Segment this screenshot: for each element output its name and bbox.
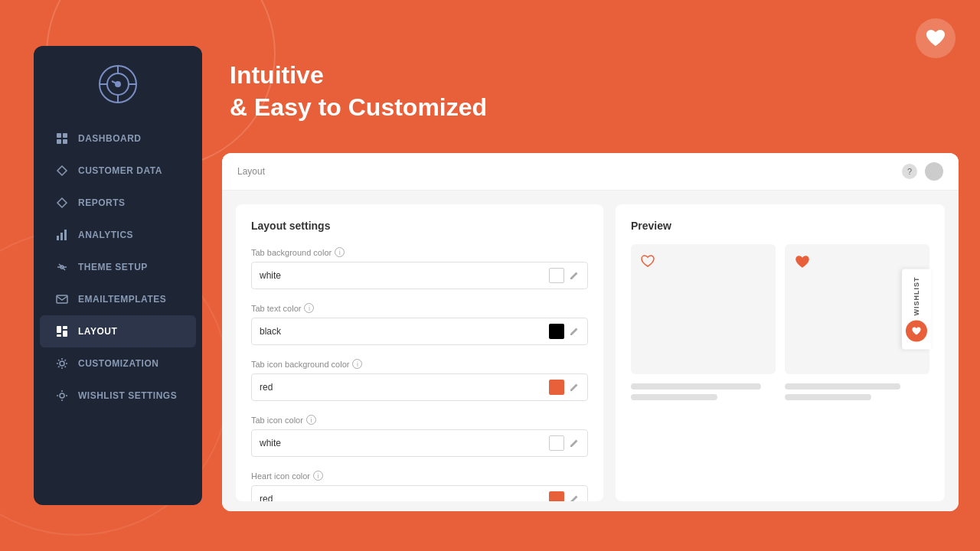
heart-icon-value: red <box>260 494 549 501</box>
setting-input-heart-icon: red <box>251 485 588 501</box>
sidebar-item-email-templates[interactable]: EMAILTEMPLATES <box>40 283 196 315</box>
svg-marker-13 <box>57 166 67 175</box>
preview-line <box>785 383 900 390</box>
sidebar-navigation: DASHBOARD CUSTOMER DATA REPORTS <box>34 122 202 412</box>
preview-content: WISHLIST <box>631 244 929 374</box>
tab-icon-bg-swatch[interactable] <box>549 380 564 395</box>
setting-tab-icon-bg-color: Tab icon background color i red <box>251 359 588 401</box>
preview-title: Preview <box>631 220 929 232</box>
sidebar-item-theme-setup[interactable]: THEME SETUP <box>40 251 196 283</box>
sidebar-item-label: DASHBOARD <box>78 133 142 144</box>
sidebar-item-label: REPORTS <box>78 197 126 208</box>
setting-tab-text-color: Tab text color i black <box>251 303 588 345</box>
sidebar-item-dashboard[interactable]: DASHBOARD <box>40 122 196 155</box>
sidebar-logo-icon <box>98 64 138 104</box>
setting-input-tab-icon: white <box>251 429 588 457</box>
setting-tab-icon-color: Tab icon color i white <box>251 415 588 457</box>
tab-bg-value: white <box>260 270 549 281</box>
sidebar-item-label: LAYOUT <box>78 326 117 337</box>
sidebar-item-label: CUSTOMER DATA <box>78 165 162 176</box>
setting-tab-bg-color: Tab background color i white <box>251 247 588 289</box>
user-avatar[interactable] <box>925 162 943 181</box>
tab-text-swatch[interactable] <box>549 324 564 339</box>
heart-icon-swatch[interactable] <box>549 491 564 501</box>
heart-icon-edit-icon[interactable] <box>569 494 580 501</box>
info-icon-tab-icon[interactable]: i <box>306 415 316 425</box>
sidebar-item-label: ANALYTICS <box>78 230 133 240</box>
help-icon-button[interactable]: ? <box>902 164 917 179</box>
sidebar-item-analytics[interactable]: ANALYTICS <box>40 219 196 251</box>
tab-text-value: black <box>260 326 549 337</box>
svg-rect-15 <box>57 236 59 240</box>
sidebar-item-wishlist-settings[interactable]: WISHLIST SETTINGS <box>40 380 196 412</box>
preview-card-1 <box>631 244 776 374</box>
headline: Intuitive & Easy to Customized <box>230 60 487 123</box>
info-icon-tab-icon-bg[interactable]: i <box>352 359 362 369</box>
preview-lines-1 <box>631 383 776 405</box>
preview-heart-empty[interactable] <box>640 253 655 272</box>
preview-line <box>785 394 871 400</box>
preview-text-lines <box>631 383 929 405</box>
settings-panel: Layout settings Tab background color i w… <box>236 204 603 501</box>
reports-icon <box>55 196 69 210</box>
panel-header-actions: ? <box>902 162 943 181</box>
preview-heart-filled[interactable] <box>794 253 811 274</box>
tab-bg-edit-icon[interactable] <box>569 270 580 281</box>
setting-input-tab-icon-bg: red <box>251 373 588 401</box>
panel-body: Layout settings Tab background color i w… <box>222 191 959 511</box>
info-icon-tab-bg[interactable]: i <box>335 247 345 257</box>
svg-rect-9 <box>57 133 61 138</box>
top-logo <box>916 18 956 61</box>
svg-rect-10 <box>63 133 67 138</box>
sidebar-item-label: EMAILTEMPLATES <box>78 294 166 305</box>
headline-line1: Intuitive <box>230 61 324 89</box>
panel-header: Layout ? <box>222 153 959 191</box>
setting-input-tab-bg: white <box>251 262 588 289</box>
svg-marker-14 <box>57 198 67 207</box>
svg-rect-23 <box>57 334 61 337</box>
svg-rect-12 <box>63 139 67 144</box>
setting-label-tab-text: Tab text color i <box>251 303 588 313</box>
tab-icon-swatch[interactable] <box>549 435 564 451</box>
preview-line <box>631 383 761 390</box>
wishlist-tab[interactable]: WISHLIST <box>902 269 931 350</box>
customization-icon <box>55 357 69 370</box>
preview-line <box>631 394 717 400</box>
tab-icon-value: white <box>260 438 549 448</box>
settings-icon <box>55 389 69 403</box>
info-icon-heart[interactable]: i <box>313 471 323 481</box>
dashboard-icon <box>55 132 69 145</box>
svg-rect-19 <box>57 295 67 303</box>
tab-text-edit-icon[interactable] <box>569 326 580 337</box>
wishlist-tab-label: WISHLIST <box>913 277 920 316</box>
sidebar-item-reports[interactable]: REPORTS <box>40 187 196 219</box>
svg-rect-16 <box>60 233 63 240</box>
setting-label-tab-icon: Tab icon color i <box>251 415 588 425</box>
info-icon-tab-text[interactable]: i <box>304 303 314 313</box>
tab-icon-bg-value: red <box>260 382 549 393</box>
wishlist-btn[interactable] <box>906 321 927 342</box>
svg-rect-21 <box>63 326 67 329</box>
email-icon <box>55 292 69 306</box>
svg-rect-11 <box>57 139 61 144</box>
preview-lines-2 <box>785 383 929 405</box>
setting-heart-icon-color: Heart icon color i red <box>251 471 588 501</box>
headline-line2: & Easy to Customized <box>230 93 487 121</box>
svg-point-25 <box>60 393 64 398</box>
analytics-icon <box>55 228 69 242</box>
sidebar-item-layout[interactable]: LAYOUT <box>40 315 196 347</box>
sidebar-item-label: THEME SETUP <box>78 262 148 272</box>
setting-label-heart-icon: Heart icon color i <box>251 471 588 481</box>
main-panel: Layout ? Layout settings Tab background … <box>222 153 959 511</box>
sidebar-item-label: WISHLIST SETTINGS <box>78 390 177 401</box>
tab-icon-bg-edit-icon[interactable] <box>569 382 580 393</box>
panel-header-title: Layout <box>237 166 265 177</box>
sidebar-item-customization[interactable]: CUSTOMIZATION <box>40 347 196 380</box>
setting-input-tab-text: black <box>251 318 588 345</box>
theme-setup-icon <box>55 260 69 274</box>
sidebar: DASHBOARD CUSTOMER DATA REPORTS <box>34 46 202 505</box>
tab-icon-edit-icon[interactable] <box>569 438 580 448</box>
svg-rect-20 <box>57 326 61 333</box>
tab-bg-swatch[interactable] <box>549 268 564 283</box>
sidebar-item-customer-data[interactable]: CUSTOMER DATA <box>40 155 196 187</box>
